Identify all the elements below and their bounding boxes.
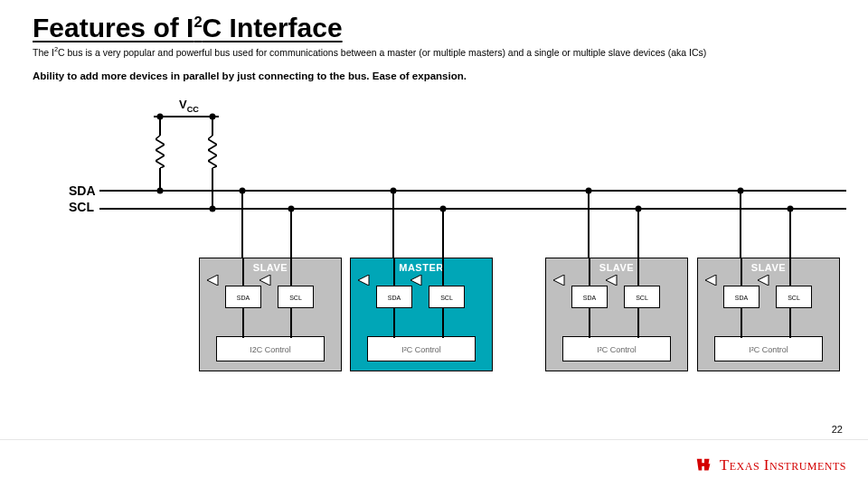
svg-marker-4 — [410, 275, 421, 286]
pullup-resistor-icon — [156, 136, 165, 168]
wire — [290, 208, 292, 258]
wire — [241, 190, 243, 258]
pin-scl: SCL — [278, 286, 314, 308]
wire — [637, 208, 639, 258]
title-sup: 2 — [193, 14, 202, 30]
wire — [789, 258, 791, 286]
device-label: SLAVE — [546, 262, 687, 273]
pin-scl: SCL — [624, 286, 660, 308]
buffer-icon — [207, 275, 223, 286]
pin-sda: SDA — [571, 286, 608, 308]
wire — [442, 258, 444, 286]
ti-logo: Texas Instruments — [694, 455, 846, 475]
wire — [740, 190, 741, 258]
svg-marker-7 — [705, 275, 716, 286]
slide-description: The I2C bus is a very popular and powerf… — [33, 45, 835, 58]
pin-scl: SCL — [776, 286, 812, 308]
sda-bus-line — [99, 190, 846, 192]
pullup-resistor-icon — [208, 136, 217, 168]
wire — [392, 190, 394, 258]
node-dot — [210, 206, 216, 212]
bus-labels: SDA SCL — [69, 183, 96, 215]
buffer-icon — [705, 275, 722, 286]
svg-marker-3 — [358, 275, 369, 286]
buffer-icon — [358, 275, 374, 286]
buffer-icon — [259, 275, 276, 286]
ti-logo-text: Texas Instruments — [720, 456, 846, 474]
pin-sda: SDA — [376, 286, 412, 308]
title-post: C Interface — [203, 13, 343, 42]
wire — [741, 308, 742, 338]
wire — [290, 258, 292, 286]
device-label: MASTER — [351, 262, 492, 273]
wire — [159, 168, 161, 190]
wire — [789, 308, 791, 338]
wire — [159, 116, 161, 136]
title-pre: Features of I — [33, 13, 193, 42]
device-slave: SLAVE SDA SCL I2C Control — [199, 258, 342, 371]
buffer-icon — [606, 275, 622, 286]
sda-label: SDA — [69, 183, 96, 199]
device-master: MASTER SDA SCL I²C Control — [350, 258, 493, 371]
slide-footer: 22 Texas Instruments — [0, 439, 868, 488]
wire — [212, 168, 213, 208]
device-slave: SLAVE SDA SCL I²C Control — [545, 258, 688, 371]
device-label: SLAVE — [200, 262, 341, 273]
wire — [393, 308, 395, 338]
wire — [393, 258, 395, 286]
pin-scl: SCL — [429, 286, 465, 308]
buffer-icon — [553, 275, 570, 286]
wire — [589, 308, 590, 338]
i2c-control-block: I²C Control — [562, 336, 671, 361]
i2c-diagram: VCC SDA SCL SLAVE SDA SCL I2C Control — [33, 99, 846, 380]
buffer-icon — [758, 275, 774, 286]
wire — [242, 308, 244, 338]
wire — [442, 208, 444, 258]
ti-logo-icon — [694, 455, 714, 475]
device-label: SLAVE — [698, 262, 839, 273]
wire — [637, 308, 639, 338]
wire — [290, 308, 292, 338]
buffer-icon — [410, 275, 427, 286]
vcc-label: VCC — [179, 98, 199, 114]
scl-label: SCL — [69, 199, 96, 215]
i2c-control-block: I²C Control — [714, 336, 823, 361]
page-number: 22 — [832, 424, 843, 435]
wire — [212, 116, 213, 136]
svg-marker-5 — [553, 275, 564, 286]
slide-title: Features of I2C Interface — [33, 13, 835, 43]
svg-marker-6 — [606, 275, 617, 286]
svg-marker-8 — [758, 275, 769, 286]
svg-marker-2 — [259, 275, 270, 286]
wire — [442, 308, 444, 338]
wire — [789, 208, 791, 258]
pin-sda: SDA — [723, 286, 760, 308]
node-dot — [157, 188, 164, 194]
slide-bullet: Ability to add more devices in parallel … — [33, 70, 835, 81]
wire — [637, 258, 639, 286]
wire — [589, 258, 590, 286]
wire — [588, 190, 590, 258]
i2c-control-block: I²C Control — [367, 336, 476, 361]
pin-sda: SDA — [225, 286, 261, 308]
svg-marker-0 — [207, 275, 218, 286]
i2c-control-block: I2C Control — [216, 336, 325, 361]
wire — [242, 258, 244, 286]
wire — [741, 258, 742, 286]
device-slave: SLAVE SDA SCL I²C Control — [697, 258, 840, 371]
